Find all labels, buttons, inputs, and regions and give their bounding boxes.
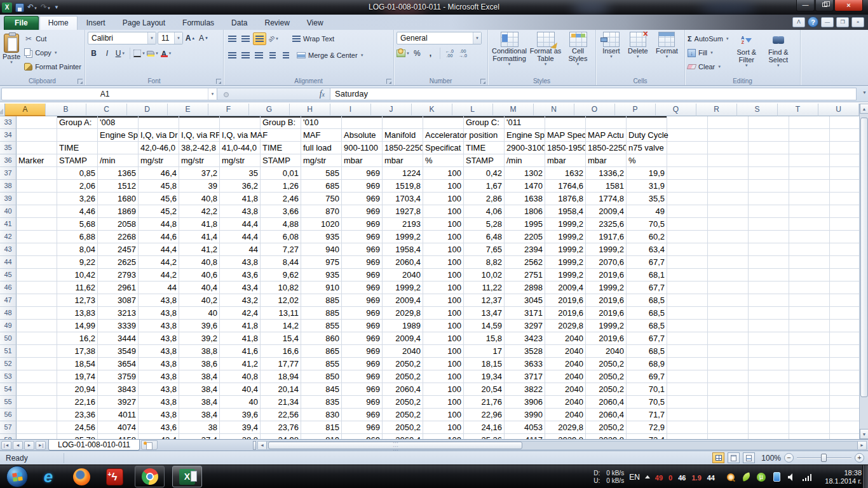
cell-M56[interactable]: 3990: [505, 409, 545, 421]
cell-P37[interactable]: 19,9: [627, 167, 667, 180]
scroll-down-icon[interactable]: ▼: [860, 429, 868, 439]
cell-T35[interactable]: [789, 142, 830, 154]
column-header-C[interactable]: C: [86, 104, 127, 116]
cell-Q47[interactable]: [667, 294, 708, 307]
number-format-combo[interactable]: General▼: [397, 32, 482, 44]
vertical-scrollbar-thumb[interactable]: [860, 118, 868, 397]
cell-C39[interactable]: 1680: [98, 193, 139, 205]
cell-L42[interactable]: 6,48: [464, 231, 505, 243]
cell-E58[interactable]: 37,4: [179, 434, 220, 439]
format-as-table-button[interactable]: Format as Table▼: [529, 32, 562, 66]
cell-G52[interactable]: 17,77: [261, 358, 301, 370]
cell-D39[interactable]: 45,6: [139, 193, 179, 205]
row-header-39[interactable]: 39: [0, 193, 17, 205]
cell-C56[interactable]: 4011: [98, 409, 139, 421]
cell-P47[interactable]: 68,5: [627, 294, 667, 307]
cell-N45[interactable]: 1999,2: [545, 269, 586, 281]
cell-S50[interactable]: [749, 332, 789, 345]
tray-leaf-icon[interactable]: [741, 472, 751, 482]
cell-S44[interactable]: [749, 256, 789, 269]
cell-U34[interactable]: [830, 129, 859, 142]
cell-G53[interactable]: 18,94: [261, 370, 301, 383]
cell-C52[interactable]: 3654: [98, 358, 139, 370]
row-header-54[interactable]: 54: [0, 383, 17, 396]
font-size-combo[interactable]: 11▼: [158, 32, 183, 44]
formula-input[interactable]: Saturday: [330, 88, 857, 100]
cell-G55[interactable]: 21,34: [261, 396, 301, 409]
cell-E35[interactable]: 38,2-42,8: [179, 142, 220, 154]
cell-M39[interactable]: 1638: [505, 193, 545, 205]
cell-U55[interactable]: [830, 396, 859, 409]
cell-O34[interactable]: MAP Actu: [586, 129, 627, 142]
cell-N46[interactable]: 2009,4: [545, 281, 586, 294]
cell-L52[interactable]: 18,15: [464, 358, 505, 370]
cell-S55[interactable]: [749, 396, 789, 409]
cell-I44[interactable]: 969: [342, 256, 383, 269]
cell-L36[interactable]: STAMP: [464, 154, 505, 167]
cell-S37[interactable]: [749, 167, 789, 180]
insert-worksheet-button[interactable]: [141, 440, 158, 450]
ribbon-tab-formulas[interactable]: Formulas: [174, 17, 222, 30]
cell-Q37[interactable]: [667, 167, 708, 180]
cell-I41[interactable]: 969: [342, 218, 383, 231]
cell-P50[interactable]: 67,7: [627, 332, 667, 345]
cell-G45[interactable]: 9,62: [261, 269, 301, 281]
cell-M37[interactable]: 1302: [505, 167, 545, 180]
name-box-resize-handle[interactable]: [224, 92, 229, 97]
cell-J49[interactable]: 1989: [383, 320, 423, 332]
cell-K52[interactable]: 100: [423, 358, 464, 370]
cell-C48[interactable]: 3213: [98, 307, 139, 320]
cell-C44[interactable]: 2625: [98, 256, 139, 269]
cell-O51[interactable]: 2040: [586, 345, 627, 358]
cell-P56[interactable]: 71,7: [627, 409, 667, 421]
cell-Q39[interactable]: [667, 193, 708, 205]
sort-filter-button[interactable]: AZ Sort & Filter▼: [732, 32, 761, 74]
cell-T53[interactable]: [789, 370, 830, 383]
cell-K50[interactable]: 100: [423, 332, 464, 345]
cell-I49[interactable]: 969: [342, 320, 383, 332]
cell-E56[interactable]: 38,4: [179, 409, 220, 421]
cell-I52[interactable]: 969: [342, 358, 383, 370]
cell-R55[interactable]: [708, 396, 749, 409]
cell-U38[interactable]: [830, 180, 859, 193]
cell-F49[interactable]: 41,8: [220, 320, 261, 332]
number-dialog-launcher-icon[interactable]: [480, 79, 485, 84]
cell-F48[interactable]: 42,4: [220, 307, 261, 320]
cell-N35[interactable]: 1850-1950: [545, 142, 586, 154]
cell-H48[interactable]: 885: [301, 307, 342, 320]
cell-R42[interactable]: [708, 231, 749, 243]
cell-B41[interactable]: 5,68: [57, 218, 98, 231]
cell-K51[interactable]: 100: [423, 345, 464, 358]
cell-C57[interactable]: 4074: [98, 421, 139, 434]
cell-P54[interactable]: 70,1: [627, 383, 667, 396]
font-dialog-launcher-icon[interactable]: [216, 79, 221, 84]
cell-J42[interactable]: 1999,2: [383, 231, 423, 243]
cell-I51[interactable]: 969: [342, 345, 383, 358]
row-header-41[interactable]: 41: [0, 218, 17, 231]
cell-D53[interactable]: 43,8: [139, 370, 179, 383]
column-header-T[interactable]: T: [778, 104, 818, 116]
cell-L51[interactable]: 17: [464, 345, 505, 358]
cell-H49[interactable]: 855: [301, 320, 342, 332]
cell-C41[interactable]: 2058: [98, 218, 139, 231]
cell-B38[interactable]: 2,06: [57, 180, 98, 193]
cell-Q35[interactable]: [667, 142, 708, 154]
cell-C36[interactable]: /min: [98, 154, 139, 167]
cell-N49[interactable]: 2029,8: [545, 320, 586, 332]
cell-M57[interactable]: 4053: [505, 421, 545, 434]
scroll-up-icon[interactable]: ▲: [860, 104, 868, 114]
cell-K43[interactable]: 100: [423, 243, 464, 256]
cell-F53[interactable]: 40,8: [220, 370, 261, 383]
copy-button[interactable]: Copy▼: [24, 46, 81, 60]
cell-K54[interactable]: 100: [423, 383, 464, 396]
cell-O40[interactable]: 2009,4: [586, 205, 627, 218]
cell-E36[interactable]: mg/str: [179, 154, 220, 167]
cell-A50[interactable]: [17, 332, 57, 345]
row-header-33[interactable]: 33: [0, 116, 17, 129]
cell-T56[interactable]: [789, 409, 830, 421]
row-header-57[interactable]: 57: [0, 421, 17, 434]
cell-F38[interactable]: 36,2: [220, 180, 261, 193]
column-header-A[interactable]: A: [5, 104, 46, 116]
cell-D41[interactable]: 44,8: [139, 218, 179, 231]
merge-center-button[interactable]: Merge & Center▼: [297, 48, 364, 62]
